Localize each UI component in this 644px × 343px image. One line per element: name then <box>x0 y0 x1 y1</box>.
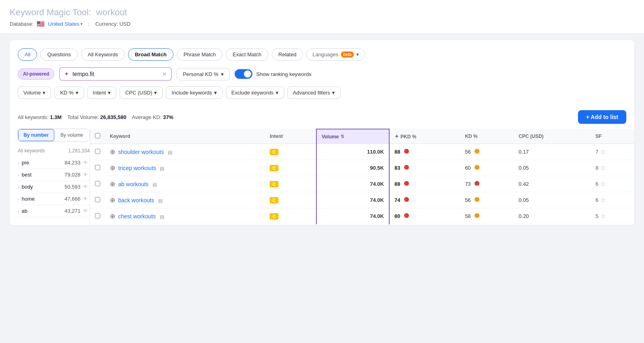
include-keywords-label: Include keywords <box>171 90 212 96</box>
exclude-keywords-filter[interactable]: Exclude keywords ▾ <box>226 86 284 99</box>
sparkle-icon: ✦ <box>64 70 69 78</box>
database-selector[interactable]: United States ▾ <box>48 21 83 27</box>
kd-value: 73 <box>465 181 471 187</box>
tab-questions[interactable]: Questions <box>40 48 78 61</box>
row-checkbox[interactable] <box>95 181 100 186</box>
pkd-dot <box>404 149 409 154</box>
tab-all[interactable]: All <box>18 48 37 61</box>
sidebar-item[interactable]: › best 79,028 👁 <box>18 169 90 181</box>
sidebar-item[interactable]: › pre 84,233 👁 <box>18 157 90 169</box>
row-checkbox[interactable] <box>95 149 100 154</box>
intent-badge: C <box>270 213 279 220</box>
stats-row: All keywords: 1.3M Total Volume: 26,835,… <box>18 105 626 129</box>
row-sf-cell: 8 ⊡ <box>590 160 634 176</box>
kd-filter-label: KD % <box>60 90 73 96</box>
cpc-filter[interactable]: CPC (USD) ▾ <box>120 86 163 99</box>
page-icon: ▤ <box>160 166 164 171</box>
row-sf-cell: 5 ⊡ <box>590 208 634 224</box>
page-icon: ▤ <box>158 198 163 203</box>
add-to-list-button[interactable]: + Add to list <box>578 110 626 124</box>
sf-icon[interactable]: ⊡ <box>601 214 605 219</box>
table-row: ⊕ shoulder workouts ▤ C 110.0K 88 56 0.1… <box>90 144 634 160</box>
row-kd-cell: 58 <box>460 208 514 224</box>
select-all-checkbox[interactable] <box>95 133 100 138</box>
eye-icon[interactable]: 👁 <box>83 172 88 178</box>
advanced-filters[interactable]: Advanced filters ▾ <box>287 86 341 99</box>
intent-filter[interactable]: Intent ▾ <box>87 86 117 99</box>
header-volume[interactable]: Volume ⇅ <box>316 129 389 144</box>
eye-icon[interactable]: 👁 <box>83 160 88 166</box>
sf-value: 6 <box>595 181 598 187</box>
intent-badge: C <box>270 197 279 203</box>
sf-icon[interactable]: ⊡ <box>601 197 605 203</box>
header-kd: KD % <box>460 129 514 144</box>
page-title: Keyword Magic Tool: workout <box>10 7 634 18</box>
personal-kd-dropdown[interactable]: Personal KD % ▾ <box>177 68 229 80</box>
add-circle-icon[interactable]: ⊕ <box>110 181 115 187</box>
row-checkbox[interactable] <box>95 197 100 202</box>
tab-exact-match[interactable]: Exact Match <box>226 48 268 61</box>
keyword-link[interactable]: tricep workouts <box>118 165 156 171</box>
eye-icon[interactable]: 👁 <box>83 196 88 202</box>
kd-value: 56 <box>465 197 471 203</box>
personal-kd-label: Personal KD % <box>183 71 218 77</box>
sidebar-item-count: 84,233 <box>64 160 80 166</box>
eye-icon[interactable]: 👁 <box>83 184 88 190</box>
page-icon: ▤ <box>153 182 157 187</box>
show-ranking-toggle[interactable] <box>235 69 252 79</box>
row-pkd-cell: 88 <box>389 176 460 192</box>
header-cpc: CPC (USD) <box>514 129 591 144</box>
chevron-down-icon: ▾ <box>80 22 83 26</box>
row-pkd-cell: 80 <box>389 208 460 224</box>
chevron-right-icon: › <box>18 209 19 214</box>
table-body: ⊕ shoulder workouts ▤ C 110.0K 88 56 0.1… <box>90 144 634 224</box>
all-keywords-label: All keywords: <box>18 114 49 120</box>
flag-icon: 🇺🇸 <box>37 20 45 28</box>
toggle-knob <box>244 70 251 78</box>
include-keywords-filter[interactable]: Include keywords ▾ <box>166 86 222 99</box>
keyword-link[interactable]: ab workouts <box>118 181 149 187</box>
ai-powered-badge: AI-powered <box>18 68 54 80</box>
add-circle-icon[interactable]: ⊕ <box>110 164 115 171</box>
row-checkbox-cell <box>90 176 105 192</box>
add-circle-icon[interactable]: ⊕ <box>110 213 115 220</box>
sf-icon[interactable]: ⊡ <box>601 165 605 171</box>
row-sf-cell: 7 ⊡ <box>590 144 634 160</box>
sort-by-number-btn[interactable]: By number <box>18 129 54 141</box>
row-checkbox[interactable] <box>95 165 100 170</box>
search-input-wrap[interactable]: ✦ ✕ <box>59 67 172 81</box>
sort-by-volume-btn[interactable]: By volume <box>54 129 90 141</box>
row-kd-cell: 60 <box>460 160 514 176</box>
keyword-link[interactable]: chest workouts <box>118 213 156 220</box>
keyword-link[interactable]: shoulder workouts <box>118 149 164 155</box>
clear-icon[interactable]: ✕ <box>162 71 167 77</box>
eye-icon[interactable]: 👁 <box>83 208 88 214</box>
tab-related[interactable]: Related <box>272 48 303 61</box>
row-checkbox-cell <box>90 192 105 208</box>
row-checkbox[interactable] <box>95 213 100 218</box>
search-input[interactable] <box>72 71 159 77</box>
kd-dot <box>475 181 479 186</box>
add-circle-icon[interactable]: ⊕ <box>110 197 115 203</box>
exclude-keywords-label: Exclude keywords <box>231 90 274 96</box>
tab-broad-match[interactable]: Broad Match <box>128 48 173 61</box>
intent-filter-label: Intent <box>93 90 106 96</box>
languages-dropdown[interactable]: Languages beta ▾ <box>306 48 365 61</box>
tab-all-keywords[interactable]: All Keywords <box>81 48 125 61</box>
sidebar-item[interactable]: › home 47,666 👁 <box>18 193 90 205</box>
kd-dot <box>475 197 479 202</box>
tab-phrase-match[interactable]: Phrase Match <box>177 48 223 61</box>
sf-icon[interactable]: ⊡ <box>601 149 605 155</box>
volume-filter[interactable]: Volume ▾ <box>18 86 51 99</box>
sidebar-item[interactable]: › ab 43,271 👁 <box>18 205 90 217</box>
sidebar-item[interactable]: › body 50,593 👁 <box>18 181 90 193</box>
sf-icon[interactable]: ⊡ <box>601 181 605 187</box>
chevron-down-icon: ▾ <box>76 90 78 96</box>
row-keyword-cell: ⊕ tricep workouts ▤ <box>105 160 265 176</box>
row-cpc-cell: 0.05 <box>514 160 591 176</box>
row-volume-cell: 110.0K <box>316 144 389 160</box>
kd-filter[interactable]: KD % ▾ <box>54 86 84 99</box>
keyword-link[interactable]: back workouts <box>118 197 154 203</box>
sidebar-item-count: 47,666 <box>64 196 80 202</box>
add-circle-icon[interactable]: ⊕ <box>110 148 115 155</box>
